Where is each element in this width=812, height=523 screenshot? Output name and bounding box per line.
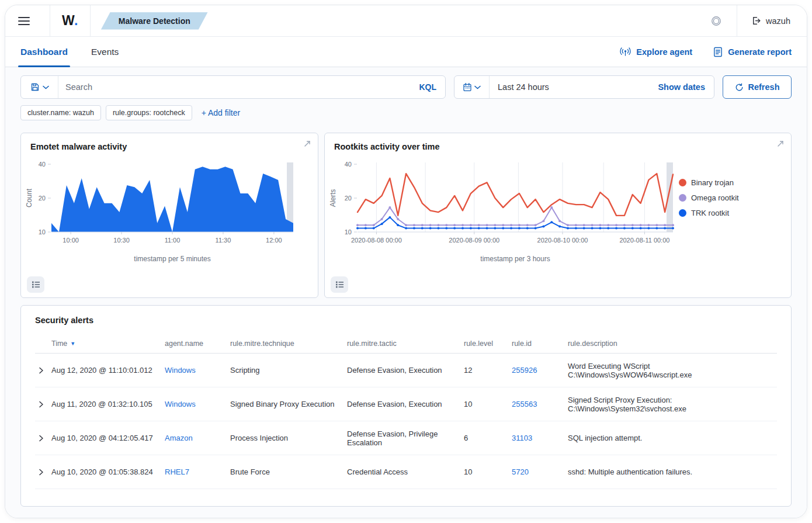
column-header-agent[interactable]: agent.name (165, 334, 230, 354)
expand-row-button[interactable] (39, 435, 44, 442)
show-dates-button[interactable]: Show dates (649, 82, 714, 92)
calendar-dropdown-button[interactable] (454, 76, 490, 98)
calendar-icon (463, 82, 472, 92)
cell-agent-link[interactable]: Amazon (165, 434, 193, 442)
expand-row-button[interactable] (39, 401, 44, 408)
generate-report-label: Generate report (728, 47, 792, 57)
date-picker: Last 24 hours Show dates (454, 75, 714, 99)
svg-text:2020-08-11 00:00: 2020-08-11 00:00 (619, 237, 669, 244)
expand-button[interactable] (776, 140, 785, 150)
refresh-button[interactable]: Refresh (723, 75, 792, 99)
rootkits-chart: 4020102020-08-08 00:002020-08-09 00:0020… (328, 161, 679, 265)
cell-rule-id-link[interactable]: 31103 (512, 434, 532, 442)
expand-row-button[interactable] (39, 367, 44, 374)
cell-description: Word Executing WScript C:\Windows\SysWOW… (568, 362, 771, 379)
legend-label: TRK rootkit (691, 209, 729, 217)
legend-item-binary-trojan[interactable]: Binary trojan (679, 178, 768, 187)
status-ring-button[interactable] (696, 16, 737, 26)
svg-text:2020-08-09 00:00: 2020-08-09 00:00 (449, 237, 499, 244)
svg-text:12:00: 12:00 (266, 237, 282, 244)
logout-icon (751, 16, 761, 26)
svg-text:10:30: 10:30 (113, 237, 130, 244)
security-alerts-panel: Security alerts Time▼ agent.name rule.mi… (20, 305, 792, 507)
expand-icon (776, 140, 785, 148)
column-header-description[interactable]: rule.description (568, 334, 777, 354)
svg-text:40: 40 (39, 161, 46, 168)
svg-text:timestamp per 3 hours: timestamp per 3 hours (480, 255, 550, 263)
svg-text:10: 10 (345, 228, 352, 235)
cell-agent-link[interactable]: RHEL7 (165, 467, 189, 476)
refresh-label: Refresh (748, 82, 780, 92)
logo-letter: W (62, 13, 74, 28)
tab-dashboard[interactable]: Dashboard (20, 37, 68, 67)
cell-rule-id-link[interactable]: 255926 (512, 366, 537, 375)
hamburger-icon (18, 16, 30, 26)
time-range-value[interactable]: Last 24 hours (490, 82, 649, 92)
chevron-right-icon (39, 435, 44, 442)
wazuh-logo[interactable]: W. (50, 13, 90, 29)
column-header-technique[interactable]: rule.mitre.technique (230, 334, 347, 354)
tab-events[interactable]: Events (91, 37, 119, 67)
header-actions: Explore agent Generate report (620, 47, 792, 57)
expand-button[interactable] (303, 140, 311, 150)
ring-icon (711, 16, 721, 26)
header-divider (90, 5, 91, 36)
column-header-id[interactable]: rule.id (512, 334, 568, 354)
search-input[interactable] (58, 82, 410, 92)
filter-pill[interactable]: cluster.name: wazuh (20, 105, 101, 120)
breadcrumb[interactable]: Malware Detection (101, 12, 208, 30)
expand-row-button[interactable] (39, 469, 44, 476)
logout-button[interactable]: wazuh (737, 16, 794, 26)
saved-queries-button[interactable] (21, 76, 58, 98)
cell-tactic: Defense Evasion, Execution (347, 400, 442, 408)
series-line-1 (358, 207, 673, 225)
explore-agent-button[interactable]: Explore agent (620, 47, 692, 57)
legend-item-omega-rootkit[interactable]: Omega rootkit (679, 193, 768, 202)
cell-description: SQL injection attempt. (568, 434, 642, 442)
column-header-level[interactable]: rule.level (464, 334, 512, 354)
cell-agent-link[interactable]: Windows (165, 366, 196, 375)
svg-text:40: 40 (345, 161, 352, 168)
svg-text:11:30: 11:30 (216, 237, 231, 244)
legend-dot (679, 179, 686, 186)
cell-agent-link[interactable]: Windows (165, 400, 196, 408)
inspect-list-button[interactable] (27, 276, 44, 293)
svg-text:timestamp per 5 minutes: timestamp per 5 minutes (134, 255, 210, 263)
charts-row: Emotet malware activity 40201010:0010:30… (20, 133, 792, 298)
cell-rule-id-link[interactable]: 255563 (512, 400, 537, 408)
tabs-bar: Dashboard Events Explore agent Generate … (5, 37, 807, 67)
cell-tactic: Credential Access (347, 467, 408, 476)
legend-dot (679, 194, 686, 202)
cell-time: Aug 10, 2020 @ 01:05:38.824 (51, 467, 153, 476)
svg-text:2020-08-08 00:00: 2020-08-08 00:00 (351, 237, 402, 244)
svg-text:20: 20 (39, 195, 46, 202)
dashboard-content: KQL Last 24 hours Show dates Refresh clu… (5, 67, 807, 518)
table-title: Security alerts (35, 316, 777, 325)
legend-item-trk-rootkit[interactable]: TRK rootkit (679, 209, 768, 217)
chevron-right-icon (39, 401, 44, 408)
emotet-chart-area: 40201010:0010:3011:0011:3012:00timestamp… (21, 161, 318, 265)
column-header-tactic[interactable]: rule.mitre.tactic (347, 334, 464, 354)
column-header-time[interactable]: Time▼ (35, 334, 165, 354)
filter-pill[interactable]: rule.groups: rootcheck (106, 105, 192, 120)
broadcast-icon (620, 47, 631, 57)
chevron-right-icon (39, 469, 44, 476)
chevron-right-icon (39, 367, 44, 374)
rootkits-legend: Binary trojanOmega rootkitTRK rootkit (679, 161, 768, 265)
cell-rule-id-link[interactable]: 5720 (512, 467, 529, 476)
filter-pills: cluster.name: wazuhrule.groups: rootchec… (20, 105, 192, 120)
menu-button[interactable] (18, 16, 50, 26)
cell-tactic: Defense Evasion, Privilege Escalation (347, 430, 458, 447)
sort-down-icon: ▼ (70, 341, 75, 347)
add-filter-button[interactable]: + Add filter (202, 108, 241, 117)
inspect-list-button[interactable] (331, 276, 348, 293)
search-bar: KQL (20, 75, 446, 99)
kql-button[interactable]: KQL (410, 82, 445, 92)
logo-dot: . (74, 13, 78, 28)
cell-time: Aug 11, 2020 @ 01:32:10.105 (51, 400, 152, 408)
list-icon (32, 280, 40, 289)
cell-tactic: Defense Evasion, Execution (347, 366, 442, 375)
generate-report-button[interactable]: Generate report (713, 47, 792, 57)
svg-text:10: 10 (39, 228, 46, 235)
svg-text:10:00: 10:00 (63, 237, 79, 244)
